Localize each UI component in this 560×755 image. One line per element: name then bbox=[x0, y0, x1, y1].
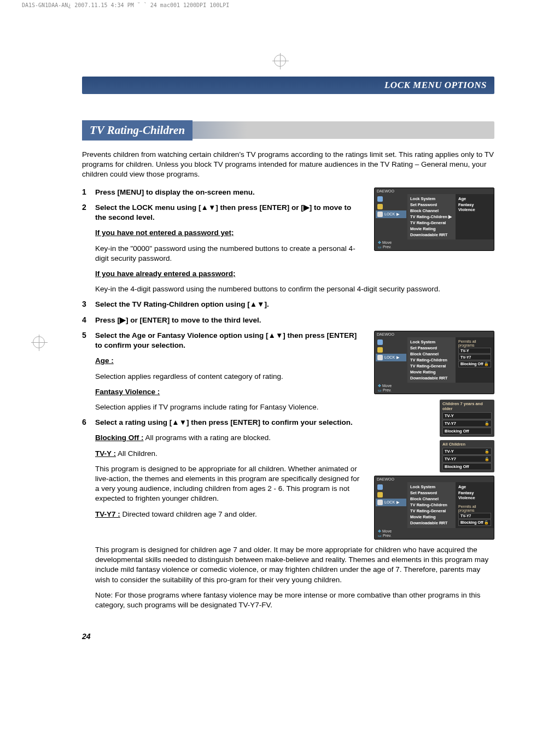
step-4-text: Press [▶] or [ENTER] to move to the thir… bbox=[95, 316, 261, 324]
lock-icon bbox=[377, 355, 383, 360]
osd-option: Blocking Off🔓 bbox=[458, 519, 491, 526]
menu-icon: ▭ bbox=[378, 388, 382, 392]
step-1-text: Press [MENU] to display the on-screen me… bbox=[95, 188, 255, 196]
step-number: 3 bbox=[82, 300, 90, 308]
step-5-text: Select the Age or Fantasy Violence optio… bbox=[95, 331, 357, 349]
osd-prev-label: Prev. bbox=[383, 245, 392, 249]
popup-allchildren: All Children TV-Y TV-Y7 Blocking Off bbox=[440, 440, 494, 472]
sub-body: Key-in the 4-digit password using the nu… bbox=[95, 284, 494, 294]
osd-item: Lock System bbox=[410, 196, 453, 202]
osd-option: TV-Y7 bbox=[458, 513, 491, 519]
popup-children7: Children 7 years and older TV-Y TV-Y7 Bl… bbox=[440, 400, 494, 437]
osd-item: TV Rating-General bbox=[410, 363, 453, 369]
picture-icon bbox=[377, 196, 383, 202]
osd-brand: DAEWOO bbox=[375, 331, 494, 337]
popup-row: TV-Y bbox=[442, 448, 492, 455]
lock-icon bbox=[377, 212, 383, 217]
osd-sub-item: Fantasy Violence bbox=[458, 202, 491, 213]
tvy-head: TV-Y : bbox=[95, 449, 116, 458]
osd-screenshot-1: DAEWOO LOCK▶ Lock System Set Password Bl… bbox=[374, 188, 494, 251]
step-number: 1 bbox=[82, 188, 90, 196]
move-icon: ✥ bbox=[378, 241, 381, 244]
osd-item: Lock System bbox=[410, 339, 453, 345]
osd-sub-item: Age bbox=[458, 196, 491, 202]
osd-panel-title: Permits all programs bbox=[458, 339, 491, 348]
osd-item: Block Channel bbox=[410, 496, 453, 502]
blocking-heading: Blocking Off : bbox=[95, 434, 144, 442]
fv-heading: Fantasy Violence : bbox=[95, 388, 160, 396]
step-number: 6 bbox=[82, 418, 90, 426]
note-text: Note: For those programs where fantasy v… bbox=[95, 590, 494, 610]
section-heading: TV Rating-Children bbox=[82, 120, 192, 141]
osd-screenshot-3: DAEWOO LOCK▶ Lock System Set Password Bl… bbox=[374, 476, 494, 540]
banner-text: LOCK MENU OPTIONS bbox=[384, 80, 487, 90]
osd-item: Movie Rating bbox=[410, 226, 453, 232]
lock-icon bbox=[485, 449, 489, 454]
osd-item: Downloadable RRT bbox=[410, 375, 453, 381]
osd-sub-item: Age bbox=[458, 484, 491, 490]
osd-item: Downloadable RRT bbox=[410, 520, 453, 526]
age-body: Selection applies regardless of content … bbox=[95, 372, 363, 382]
menu-icon: ▭ bbox=[378, 534, 382, 537]
osd-item: Movie Rating bbox=[410, 369, 453, 375]
sub-body: Key-in the "0000" password using the num… bbox=[95, 244, 363, 264]
osd-item: Set Password bbox=[410, 490, 453, 496]
lock-icon bbox=[485, 456, 489, 461]
picture-icon bbox=[377, 340, 383, 345]
popup-row: Blocking Off bbox=[442, 463, 492, 470]
step-3-text: Select the TV Rating-Children option usi… bbox=[95, 300, 269, 308]
osd-item: Block Channel bbox=[410, 208, 453, 214]
osd-tab-lock: LOCK bbox=[384, 355, 395, 359]
osd-prev-label: Prev. bbox=[383, 388, 392, 392]
move-icon: ✥ bbox=[378, 529, 381, 533]
osd-item: Set Password bbox=[410, 345, 453, 351]
osd-sub-item-selected: Fantasy Violence bbox=[458, 490, 491, 501]
gear-icon bbox=[377, 492, 383, 498]
sub-heading: If you have not entered a password yet; bbox=[95, 229, 234, 237]
age-heading: Age : bbox=[95, 356, 114, 365]
lock-icon bbox=[485, 421, 489, 426]
osd-screenshot-2: DAEWOO LOCK▶ Lock System Set Password Bl… bbox=[374, 331, 494, 394]
osd-move-label: Move bbox=[382, 529, 392, 533]
print-marks: DA1S-GN1DAA-AN¿ 2007.11.15 4:34 PM ˘ ` 2… bbox=[0, 0, 560, 10]
chevron-right-icon: ▶ bbox=[396, 355, 399, 360]
blocking-body: All programs with a rating are blocked. bbox=[144, 434, 271, 442]
osd-prev-label: Prev. bbox=[383, 534, 392, 537]
osd-move-label: Move bbox=[382, 241, 392, 244]
tvy7-body: This program is designed for children ag… bbox=[95, 545, 494, 585]
osd-option: Blocking Off🔓 bbox=[458, 361, 491, 367]
tvy-body: This program is designed to be appropria… bbox=[95, 464, 363, 504]
gear-icon bbox=[377, 347, 383, 353]
step-6-text: Select a rating using [▲▼] then press [E… bbox=[95, 418, 353, 426]
osd-item: Downloadable RRT bbox=[410, 232, 453, 238]
osd-item: TV Rating-General bbox=[410, 508, 453, 514]
chapter-banner: LOCK MENU OPTIONS bbox=[82, 77, 494, 94]
step-number: 2 bbox=[82, 203, 90, 212]
osd-tab-lock: LOCK bbox=[384, 212, 395, 216]
unlock-icon: 🔓 bbox=[484, 362, 489, 366]
crop-mark-icon bbox=[274, 55, 286, 67]
osd-move-label: Move bbox=[382, 384, 392, 388]
osd-item-selected: TV Rating-Children ▶ bbox=[410, 214, 453, 220]
osd-item: TV Rating-General bbox=[410, 220, 453, 226]
osd-brand: DAEWOO bbox=[375, 476, 494, 482]
tvy7-label: Directed toward children age 7 and older… bbox=[120, 510, 257, 518]
crop-mark-icon bbox=[33, 336, 45, 348]
popup-row: TV-Y bbox=[442, 412, 492, 419]
chevron-right-icon: ▶ bbox=[396, 212, 399, 216]
gear-icon bbox=[377, 204, 383, 209]
osd-item: Block Channel bbox=[410, 351, 453, 357]
step-2-text: Select the LOCK menu using [▲▼] then pre… bbox=[95, 203, 351, 221]
osd-item: Movie Rating bbox=[410, 514, 453, 520]
chevron-right-icon: ▶ bbox=[396, 500, 399, 505]
osd-option: TV-Y bbox=[458, 348, 491, 354]
popup-row: Blocking Off bbox=[442, 428, 492, 435]
popup-row: TV-Y7 bbox=[442, 420, 492, 427]
picture-icon bbox=[377, 484, 383, 490]
osd-item-selected: TV Rating-Children bbox=[410, 502, 453, 508]
osd-option: TV-Y7 bbox=[458, 354, 491, 360]
lock-icon bbox=[377, 500, 383, 505]
tvy7-head: TV-Y7 : bbox=[95, 510, 120, 518]
popup-title: Children 7 years and older bbox=[442, 401, 492, 412]
unlock-icon: 🔓 bbox=[484, 520, 489, 525]
